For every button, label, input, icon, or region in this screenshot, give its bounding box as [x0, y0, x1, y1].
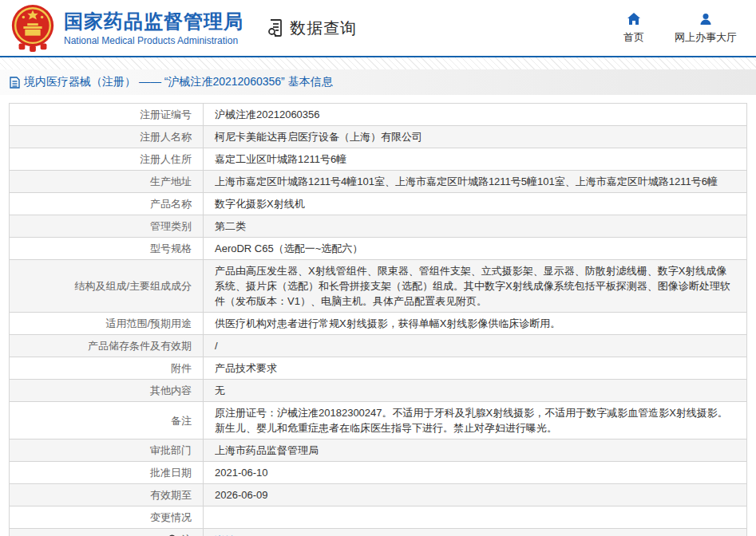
- row-label: 其他内容: [150, 384, 192, 396]
- row-value: 无: [215, 384, 225, 396]
- row-value: 柯尼卡美能达再启医疗设备（上海）有限公司: [215, 131, 422, 143]
- national-emblem-icon: [8, 3, 57, 53]
- breadcrumb: 境内医疗器械（注册） —— “沪械注准20212060356” 基本信息: [0, 69, 756, 95]
- data-query-label: 数据查询: [290, 18, 357, 39]
- row-value: 2021-06-10: [215, 467, 268, 479]
- row-label: 生产地址: [150, 175, 192, 187]
- home-icon: [627, 12, 641, 26]
- table-row: 附件 产品技术要求: [10, 357, 747, 380]
- row-label: 审批部门: [150, 444, 192, 456]
- table-row: 备注 原注册证号：沪械注准20182300247。不适用于牙科及乳腺X射线摄影，…: [10, 402, 747, 439]
- row-value: 数字化摄影X射线机: [215, 198, 305, 210]
- decorative-hatch-band: [0, 57, 756, 69]
- row-value: 2026-06-09: [215, 489, 268, 501]
- row-value: AeroDR C65（选配一~选配六）: [215, 242, 362, 254]
- nav-label-service-hall: 网上办事大厅: [675, 30, 737, 45]
- row-label: 产品名称: [150, 198, 192, 210]
- content-area: 注册证编号 沪械注准20212060356 注册人名称 柯尼卡美能达再启医疗设备…: [0, 95, 756, 536]
- table-row: 注册人住所 嘉定工业区叶城路1211号6幢: [10, 148, 747, 171]
- row-value: 第二类: [215, 220, 246, 232]
- info-table: 注册证编号 沪械注准20212060356 注册人名称 柯尼卡美能达再启医疗设备…: [9, 103, 747, 536]
- table-row: 管理类别 第二类: [10, 215, 747, 238]
- site-subtitle: National Medical Products Administration: [64, 35, 243, 46]
- table-row: 其他内容 无: [10, 380, 747, 402]
- row-label: 管理类别: [150, 220, 192, 232]
- site-title: 国家药品监督管理局: [64, 10, 243, 33]
- breadcrumb-text: 境内医疗器械（注册） —— “沪械注准20212060356” 基本信息: [24, 75, 333, 89]
- info-table-body: 注册证编号 沪械注准20212060356 注册人名称 柯尼卡美能达再启医疗设备…: [10, 104, 747, 536]
- table-row: 注册证编号 沪械注准20212060356: [10, 104, 747, 126]
- table-row: 产品名称 数字化摄影X射线机: [10, 193, 747, 215]
- row-label: 变更情况: [150, 511, 192, 523]
- data-query-button[interactable]: 数据查询: [266, 18, 357, 39]
- nav-label-home: 首页: [623, 30, 644, 45]
- row-label: 产品储存条件及有效期: [88, 340, 192, 352]
- row-value: 上海市药品监督管理局: [215, 444, 319, 456]
- row-label: 附件: [171, 362, 192, 374]
- site-header: 国家药品监督管理局 National Medical Products Admi…: [0, 0, 756, 57]
- table-row: 审批部门 上海市药品监督管理局: [10, 439, 747, 462]
- nmpa-logo: 国家药品监督管理局 National Medical Products Admi…: [8, 3, 243, 53]
- row-value: 产品由高压发生器、X射线管组件、限束器、管组件支架、立式摄影架、显示器、防散射滤…: [215, 265, 730, 307]
- document-icon: [10, 77, 20, 89]
- table-row: 注 详情: [10, 529, 747, 536]
- row-label: 适用范围/预期用途: [105, 317, 192, 329]
- table-row: 变更情况: [10, 506, 747, 529]
- row-value: 供医疗机构对患者进行常规X射线摄影，获得单幅X射线影像供临床诊断用。: [215, 317, 560, 329]
- table-row: 产品储存条件及有效期 /: [10, 335, 747, 357]
- table-row: 型号规格 AeroDR C65（选配一~选配六）: [10, 238, 747, 260]
- user-icon: [699, 12, 713, 26]
- row-label: 注册人住所: [140, 153, 192, 165]
- table-row: 适用范围/预期用途 供医疗机构对患者进行常规X射线摄影，获得单幅X射线影像供临床…: [10, 313, 747, 335]
- table-row: 结构及组成/主要组成成分 产品由高压发生器、X射线管组件、限束器、管组件支架、立…: [10, 260, 747, 313]
- row-label: 注册人名称: [140, 131, 192, 143]
- table-row: 批准日期 2021-06-10: [10, 462, 747, 484]
- row-value: 沪械注准20212060356: [215, 108, 320, 120]
- row-label: 结构及组成/主要组成成分: [74, 280, 192, 292]
- nav-item-service-hall[interactable]: 网上办事大厅: [675, 12, 737, 45]
- row-value: 上海市嘉定区叶城路1211号4幢101室、上海市嘉定区叶城路1211号5幢101…: [215, 175, 718, 187]
- row-label: 批准日期: [150, 467, 192, 479]
- row-label: 型号规格: [150, 242, 192, 254]
- row-label: 注册证编号: [140, 108, 192, 120]
- nav-item-home[interactable]: 首页: [623, 12, 644, 45]
- row-label: 有效期至: [150, 489, 192, 501]
- table-row: 有效期至 2026-06-09: [10, 484, 747, 506]
- logo-text: 国家药品监督管理局 National Medical Products Admi…: [64, 10, 243, 46]
- data-query-icon: [266, 18, 287, 38]
- table-row: 注册人名称 柯尼卡美能达再启医疗设备（上海）有限公司: [10, 126, 747, 148]
- header-nav: 首页 网上办事大厅: [623, 12, 737, 45]
- row-value: 产品技术要求: [215, 362, 277, 374]
- row-value: 嘉定工业区叶城路1211号6幢: [215, 153, 346, 165]
- row-value: 原注册证号：沪械注准20182300247。不适用于牙科及乳腺X射线摄影，不适用…: [215, 407, 728, 434]
- table-row: 生产地址 上海市嘉定区叶城路1211号4幢101室、上海市嘉定区叶城路1211号…: [10, 171, 747, 193]
- row-label: 备注: [171, 415, 192, 427]
- row-value: /: [215, 340, 218, 352]
